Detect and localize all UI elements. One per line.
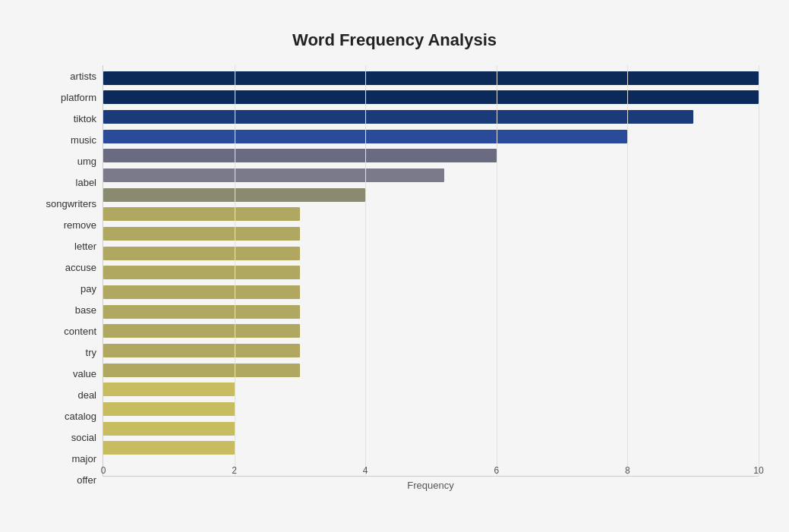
bar [103,130,627,143]
x-tick: 10 [753,465,763,476]
y-label: artists [30,71,96,81]
bar-row [103,165,759,185]
bar [103,188,365,202]
bar [103,382,235,396]
y-axis: artistsplatformtiktokmusicumglabelsongwr… [30,65,103,491]
y-label: remove [30,220,96,230]
bar-row [103,263,759,283]
x-tick: 2 [232,465,237,476]
bar [103,168,444,182]
bar-row [103,205,759,225]
bar-row [103,185,759,205]
bar-row [103,107,759,127]
bar-row [103,88,759,108]
bar [103,364,300,377]
bar-row [103,282,759,302]
chart-title: Word Frequency Analysis [30,30,759,50]
y-label: accuse [30,263,96,272]
bar [103,441,235,455]
bar [103,402,235,416]
bar-row [103,302,759,322]
y-label: platform [30,93,96,102]
bar [103,324,300,338]
bar-row [103,127,759,146]
y-label: catalog [30,411,96,421]
y-label: major [30,454,96,464]
y-label: songwriters [30,199,96,209]
y-label: value [30,369,96,379]
chart-container: Word Frequency Analysis artistsplatformt… [15,15,774,532]
y-label: base [30,305,96,315]
bar-row [103,68,759,88]
y-label: try [30,348,96,357]
plot-area: 0246810 [103,65,759,477]
bar [103,207,300,221]
bar [103,110,693,124]
y-label: tiktok [30,114,96,124]
bar [103,422,235,436]
y-label: social [30,433,96,442]
bar [103,285,300,299]
chart-area: artistsplatformtiktokmusicumglabelsongwr… [30,65,759,491]
x-tick: 0 [101,465,106,476]
y-label: umg [30,156,96,166]
bar [103,227,300,241]
bars-wrapper [103,65,759,461]
bar-row [103,438,759,458]
x-tick: 6 [494,465,499,476]
bar-row [103,360,759,380]
x-axis-label: Frequency [103,480,759,491]
bar [103,149,497,162]
bar-row [103,380,759,400]
x-tick: 8 [625,465,630,476]
bar [103,90,759,104]
bar [103,247,300,260]
grid-line [759,65,759,476]
bar-row [103,244,759,263]
y-label: pay [30,284,96,294]
y-label: content [30,326,96,336]
bar-row [103,224,759,244]
bar-row [103,341,759,360]
y-label: offer [30,475,96,485]
x-tick: 4 [363,465,368,476]
bar-row [103,399,759,419]
y-label: letter [30,241,96,251]
y-label: music [30,135,96,145]
x-axis: 0246810 [103,461,759,476]
y-label: deal [30,390,96,400]
bar [103,266,300,279]
bar-row [103,322,759,342]
bar [103,305,300,319]
bar-row [103,419,759,439]
bar-row [103,146,759,166]
bar [103,344,300,357]
bar [103,71,759,85]
y-label: label [30,178,96,187]
